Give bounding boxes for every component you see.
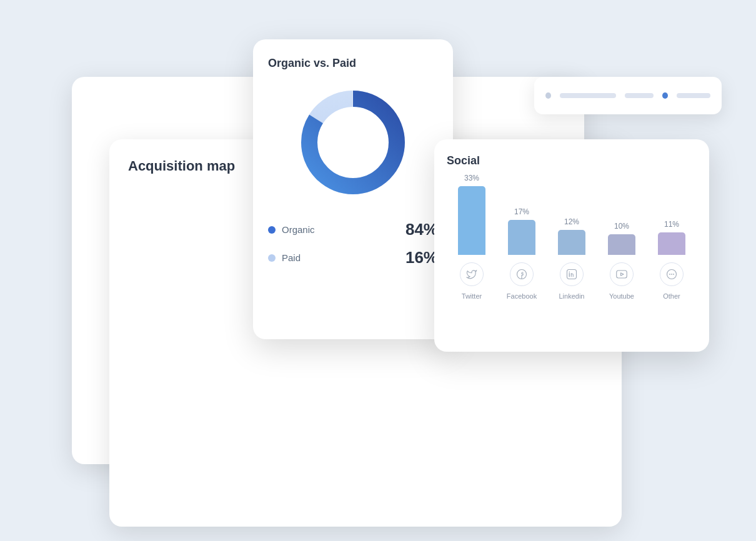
organic-title: Organic vs. Paid: [268, 57, 438, 70]
other-icon-wrap: [660, 262, 684, 286]
twitter-bar: [458, 186, 485, 255]
legend-paid: Paid 16%: [268, 248, 438, 267]
social-col-other: 11% Other: [647, 220, 697, 300]
youtube-bar: [608, 234, 635, 255]
organic-value: 84%: [405, 220, 438, 239]
linkedin-bar: [558, 230, 585, 255]
filter-line-3: [677, 93, 710, 98]
twitter-icon-wrap: [460, 262, 484, 286]
svg-point-27: [671, 274, 672, 275]
social-col-youtube: 10% Youtube: [597, 222, 647, 300]
linkedin-pct: 12%: [564, 217, 579, 226]
organic-dot: [268, 226, 276, 234]
paid-label: Paid: [282, 252, 301, 263]
twitter-icon: [466, 269, 477, 280]
social-col-linkedin: 12% Linkedin: [547, 217, 597, 300]
other-pct: 11%: [664, 220, 679, 229]
paid-dot: [268, 254, 276, 262]
paid-value: 16%: [405, 248, 438, 267]
social-col-twitter: 33% Twitter: [447, 174, 497, 300]
youtube-name: Youtube: [609, 292, 634, 300]
twitter-pct: 33%: [464, 174, 479, 182]
other-name: Other: [663, 292, 680, 300]
facebook-bar: [508, 220, 535, 255]
facebook-pct: 17%: [514, 207, 529, 216]
youtube-icon: [616, 270, 627, 279]
svg-point-28: [673, 274, 674, 275]
facebook-icon: [516, 269, 527, 280]
linkedin-icon-wrap: [560, 262, 584, 286]
linkedin-icon: [566, 269, 577, 280]
twitter-name: Twitter: [462, 292, 482, 300]
scene: Acquisition map ↓ Direct: [34, 14, 722, 527]
social-card: Social 33% Twitter 17%: [434, 139, 709, 352]
social-title: Social: [447, 154, 697, 167]
filter-dot-2: [662, 92, 668, 99]
legend-organic: Organic 84%: [268, 220, 438, 239]
svg-point-26: [669, 274, 670, 275]
donut-container: [268, 80, 438, 205]
social-bars-area: 33% Twitter 17% F: [447, 175, 697, 300]
filter-dot-1: [545, 92, 551, 99]
facebook-name: Facebook: [507, 292, 537, 300]
other-bar: [658, 232, 685, 255]
filter-line-1: [560, 93, 616, 98]
filter-bar-card: [534, 77, 722, 114]
donut-chart: [291, 80, 415, 205]
other-icon: [666, 269, 677, 280]
youtube-pct: 10%: [614, 222, 629, 231]
youtube-icon-wrap: [610, 262, 634, 286]
social-col-facebook: 17% Facebook: [497, 207, 547, 300]
linkedin-name: Linkedin: [559, 292, 585, 300]
svg-rect-24: [617, 270, 627, 278]
filter-line-2: [625, 93, 653, 98]
organic-card: Organic vs. Paid: [253, 39, 453, 339]
organic-label: Organic: [282, 224, 315, 235]
facebook-icon-wrap: [510, 262, 534, 286]
donut-hole: [318, 107, 388, 177]
